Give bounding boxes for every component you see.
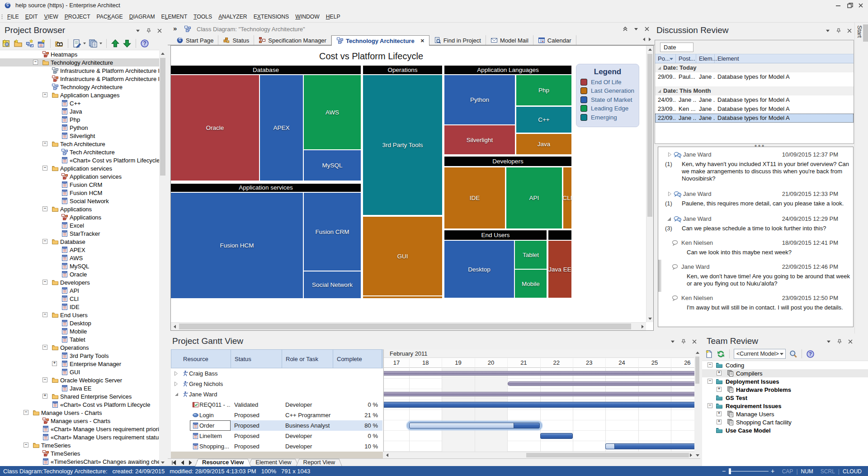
menu-caret-icon[interactable]: [633, 26, 639, 32]
move-up-icon[interactable]: [111, 39, 120, 48]
expand-thread-icon[interactable]: [667, 152, 672, 157]
tree-item-java-ee[interactable]: Java EE: [0, 384, 159, 392]
tab-scroll-left-icon[interactable]: [643, 38, 645, 41]
menu-project[interactable]: PROJECT: [61, 11, 94, 23]
next-view-icon[interactable]: [189, 460, 193, 465]
treemap-cell-fusion-crm[interactable]: Fusion CRM: [304, 193, 361, 271]
previous-view-icon[interactable]: [180, 460, 184, 465]
tree-item-php[interactable]: Php: [0, 115, 159, 124]
tree-item-infrastructure-platform-architecture-kanban[interactable]: Infrastructure & Platform Architecture K…: [0, 75, 159, 83]
group-collapse-icon[interactable]: [658, 67, 661, 70]
reply-header[interactable]: Ken Nielsen18/09/2015 12:41 PM: [658, 238, 853, 248]
tree-item-technology-architecture[interactable]: −Technology Architecture: [0, 58, 159, 67]
close-tab-icon[interactable]: ✕: [420, 38, 425, 44]
tab-scroll-right-icon[interactable]: [649, 38, 651, 41]
expand-expander-icon[interactable]: [174, 381, 179, 387]
review-column-po[interactable]: Po...: [655, 54, 676, 63]
tree-item-social-network[interactable]: Social Network: [0, 197, 159, 205]
menu-drag-grip[interactable]: [1, 14, 3, 19]
expand-expander-icon[interactable]: +: [717, 411, 722, 416]
treemap-cell-social-network[interactable]: Social Network: [304, 271, 361, 298]
treemap-cell-python[interactable]: Python: [444, 75, 515, 124]
review-group-date-today[interactable]: Date: Today: [655, 63, 854, 72]
collapse-expander-icon[interactable]: −: [42, 280, 47, 285]
team-item-hardware-problems[interactable]: +Hardware Problems: [702, 386, 868, 394]
tree-item-operations[interactable]: −Operations: [0, 343, 159, 352]
tab-technology-architecture[interactable]: Technology Architecture✕: [331, 35, 429, 46]
diagram-vertical-scrollbar[interactable]: [646, 46, 653, 322]
close-panel-icon[interactable]: [691, 338, 698, 345]
collapse-expander-icon[interactable]: −: [42, 345, 47, 350]
tree-item-enterprise-manager[interactable]: +Enterprise Manager: [0, 360, 159, 368]
status-toggle-num[interactable]: NUM: [801, 468, 813, 475]
review-column-elem[interactable]: Elem...: [696, 54, 715, 63]
tree-item-timeseries[interactable]: TimeSeries: [0, 449, 159, 457]
thread-scrollbar-thumb[interactable]: [658, 260, 661, 292]
gantt-task-bar[interactable]: [409, 423, 540, 428]
collapse-expander-icon[interactable]: −: [42, 166, 47, 171]
tree-item-applications[interactable]: Applications: [0, 213, 159, 221]
tree-item-infrastructure-platform-architecture-heatma[interactable]: Infrastructure & Platform Architecture H…: [0, 67, 159, 75]
status-toggle-cloud[interactable]: CLOUD: [843, 468, 862, 475]
tree-item-ide[interactable]: IDE: [0, 303, 159, 311]
treemap-cell-oracle[interactable]: Oracle: [171, 75, 259, 181]
tree-item-python[interactable]: Python: [0, 124, 159, 132]
collapse-expander-icon[interactable]: −: [708, 362, 712, 367]
copy-stack-icon[interactable]: [89, 39, 98, 48]
menu-caret-icon[interactable]: [826, 338, 832, 345]
menu-help[interactable]: HELP: [323, 11, 344, 23]
menu-tools[interactable]: TOOLS: [190, 11, 215, 23]
gantt-row-craig-bass[interactable]: Craig Bass: [171, 368, 383, 379]
status-toggle-cap[interactable]: CAP: [782, 468, 793, 475]
gantt-summary-bar[interactable]: [508, 381, 694, 386]
tree-item-fusion-hcm[interactable]: Fusion HCM: [0, 189, 159, 197]
first-view-icon[interactable]: [171, 460, 176, 465]
tree-item-tech-architecture[interactable]: Tech Architecture: [0, 148, 159, 156]
tree-item-mysql[interactable]: MySQL: [0, 262, 159, 270]
zoom-slider-thumb[interactable]: [729, 468, 731, 474]
collapse-expander-icon[interactable]: −: [42, 377, 47, 382]
tree-item-java[interactable]: Java: [0, 107, 159, 115]
close-panel-icon[interactable]: [156, 28, 163, 34]
tree-item-end-users[interactable]: −End Users: [0, 311, 159, 319]
group-by-date-field[interactable]: Date: [660, 43, 693, 52]
tree-item-cli[interactable]: CLI: [0, 295, 159, 303]
gantt-row-order[interactable]: OrderProposedBusiness Analyst80 %: [171, 420, 383, 431]
tree-item-timeseries[interactable]: −TimeSeries: [0, 441, 159, 449]
scroll-arrow-button[interactable]: [646, 315, 653, 322]
project-browser-scrollbar[interactable]: [159, 50, 166, 466]
gantt-summary-bar[interactable]: [384, 371, 694, 376]
tree-item-application-services[interactable]: Application services: [0, 172, 159, 181]
menu-extensions[interactable]: EXTENSIONS: [250, 11, 292, 23]
review-row[interactable]: 29/09...Paul...Jane ...Database types fo…: [655, 72, 854, 81]
collapse-expander-icon[interactable]: −: [42, 312, 47, 317]
treemap-cell-aws[interactable]: AWS: [304, 75, 361, 149]
tree-item-shared-enterprise-services[interactable]: +Shared Enterprise Services: [0, 392, 159, 400]
scroll-arrow-button[interactable]: [171, 323, 178, 330]
tree-item-c[interactable]: C++: [0, 99, 159, 107]
tree-item-tablet[interactable]: Tablet: [0, 335, 159, 343]
treemap-cell-ide[interactable]: IDE: [444, 167, 505, 228]
tree-item-mobile[interactable]: Mobile: [0, 327, 159, 335]
treemap-cell-apex[interactable]: APEX: [260, 75, 303, 181]
gantt-column-resource[interactable]: Resource: [171, 350, 231, 368]
gantt-row-lineitem[interactable]: LineItemProposedDeveloper0 %: [171, 431, 383, 441]
message-header[interactable]: Jane Ward24/09/2015 12:29 PM: [658, 214, 853, 224]
menu-file[interactable]: FILE: [4, 11, 22, 23]
treemap-cell-php[interactable]: Php: [516, 75, 571, 105]
expand-expander-icon[interactable]: +: [52, 361, 57, 366]
edit-document-icon[interactable]: [72, 39, 81, 48]
scroll-arrow-button[interactable]: [694, 349, 700, 356]
tree-item-aws[interactable]: AWS: [0, 254, 159, 262]
gantt-column-complete[interactable]: Complete: [333, 350, 382, 368]
expand-expander-icon[interactable]: +: [42, 394, 47, 399]
gantt-task-bar[interactable]: [540, 433, 573, 439]
review-row[interactable]: 22/09...Jane ...Jane ...Database types f…: [655, 114, 854, 123]
dropdown-arrow-icon[interactable]: [83, 43, 86, 44]
restore-button[interactable]: [846, 2, 854, 9]
diagram-horizontal-scrollbar[interactable]: [171, 322, 646, 330]
review-column-post[interactable]: Post...: [676, 54, 696, 63]
treemap-cell-api[interactable]: API: [506, 167, 562, 228]
tree-item-apex[interactable]: APEX: [0, 246, 159, 254]
pin-icon[interactable]: [835, 28, 842, 34]
